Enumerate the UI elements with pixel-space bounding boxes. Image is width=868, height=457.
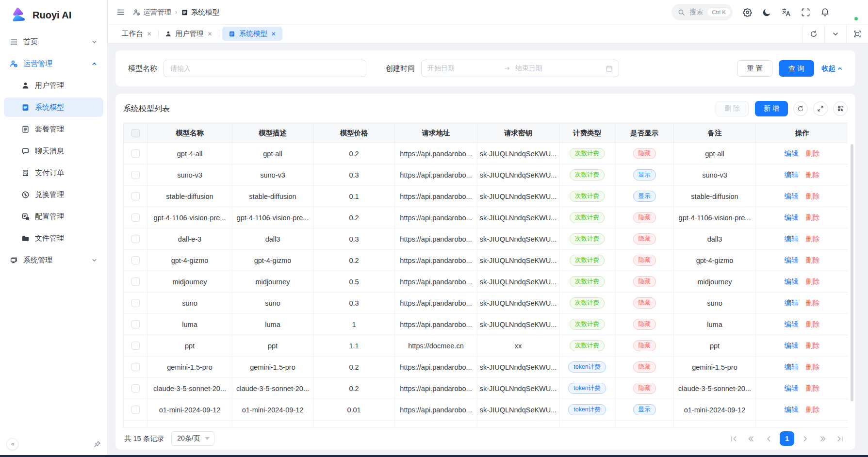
delete-link[interactable]: 删除 bbox=[806, 256, 820, 264]
current-page-button[interactable]: 1 bbox=[780, 431, 794, 446]
first-page-icon[interactable] bbox=[727, 432, 740, 445]
sidebar-item-payment-orders[interactable]: 支付订单 bbox=[4, 163, 103, 182]
delete-link[interactable]: 删除 bbox=[806, 192, 820, 200]
row-checkbox[interactable] bbox=[131, 192, 140, 200]
refresh-table-icon[interactable] bbox=[793, 101, 808, 116]
edit-link[interactable]: 编辑 bbox=[785, 363, 799, 371]
edit-link[interactable]: 编辑 bbox=[785, 256, 799, 264]
edit-link[interactable]: 编辑 bbox=[785, 320, 799, 328]
refresh-tab-icon[interactable] bbox=[802, 25, 824, 43]
delete-link[interactable]: 删除 bbox=[806, 342, 820, 349]
edit-link[interactable]: 编辑 bbox=[785, 277, 799, 285]
sidebar-item-files[interactable]: 文件管理 bbox=[4, 228, 103, 248]
sidebar-toggle-icon[interactable] bbox=[116, 8, 125, 16]
edit-link[interactable]: 编辑 bbox=[785, 235, 799, 243]
delete-link[interactable]: 删除 bbox=[806, 299, 820, 307]
column-header: 操作 bbox=[756, 123, 848, 143]
row-checkbox[interactable] bbox=[131, 171, 140, 179]
delete-link[interactable]: 删除 bbox=[806, 320, 820, 328]
delete-selected-button[interactable]: 删 除 bbox=[716, 101, 749, 116]
select-all-checkbox[interactable] bbox=[131, 129, 140, 137]
row-checkbox[interactable] bbox=[131, 149, 140, 158]
tab-close-icon[interactable]: ✕ bbox=[208, 31, 213, 37]
fullscreen-icon[interactable] bbox=[801, 8, 810, 17]
edit-link[interactable]: 编辑 bbox=[785, 171, 799, 179]
row-checkbox[interactable] bbox=[131, 384, 140, 392]
tab-menu-chevron-icon[interactable] bbox=[824, 25, 846, 43]
tab-system-models[interactable]: 系统模型 ✕ bbox=[222, 27, 282, 41]
edit-link[interactable]: 编辑 bbox=[785, 406, 799, 413]
edit-link[interactable]: 编辑 bbox=[785, 192, 799, 200]
breadcrumb-separator: › bbox=[175, 9, 177, 16]
edit-link[interactable]: 编辑 bbox=[785, 149, 799, 157]
sidebar-item-system-management[interactable]: 系统管理 bbox=[4, 250, 103, 270]
forward-5-pages-icon[interactable] bbox=[816, 432, 829, 445]
expand-table-icon[interactable] bbox=[813, 101, 828, 116]
billing-type-tag: 次数计费 bbox=[570, 340, 605, 352]
sidebar-item-user-management[interactable]: 用户管理 bbox=[4, 76, 103, 95]
sidebar-item-home[interactable]: 首页 bbox=[4, 32, 103, 51]
delete-link[interactable]: 删除 bbox=[806, 171, 820, 179]
sidebar-item-system-models[interactable]: 系统模型 bbox=[4, 98, 103, 117]
main-area: 运营管理 › 系统模型 搜索 Ctrl K bbox=[108, 0, 868, 455]
row-checkbox[interactable] bbox=[131, 256, 140, 264]
delete-link[interactable]: 删除 bbox=[806, 277, 820, 285]
tab-close-icon[interactable]: ✕ bbox=[271, 31, 276, 37]
sidebar-item-config[interactable]: 配置管理 bbox=[4, 207, 103, 226]
table-scrollbar[interactable] bbox=[851, 144, 853, 424]
edit-link[interactable]: 编辑 bbox=[785, 213, 799, 221]
row-checkbox[interactable] bbox=[131, 342, 140, 350]
notifications-bell-icon[interactable] bbox=[820, 8, 830, 17]
breadcrumb-item-operations[interactable]: 运营管理 bbox=[133, 8, 171, 17]
previous-page-icon[interactable] bbox=[762, 432, 775, 445]
last-page-icon[interactable] bbox=[834, 432, 847, 445]
model-name-input[interactable] bbox=[164, 60, 366, 77]
sidebar-item-exchange[interactable]: 兑换管理 bbox=[4, 185, 103, 204]
folder-icon bbox=[21, 234, 30, 243]
collapse-filters-link[interactable]: 收起 bbox=[821, 64, 843, 73]
column-settings-icon[interactable] bbox=[833, 101, 848, 116]
row-checkbox[interactable] bbox=[131, 299, 140, 307]
row-checkbox[interactable] bbox=[131, 406, 140, 414]
reset-button[interactable]: 重 置 bbox=[737, 60, 772, 77]
row-checkbox[interactable] bbox=[131, 235, 140, 243]
create-time-range-input[interactable]: 开始日期 结束日期 bbox=[421, 60, 619, 77]
sidebar-item-operations[interactable]: 运营管理 bbox=[4, 54, 103, 73]
delete-link[interactable]: 删除 bbox=[806, 149, 820, 157]
tab-close-icon[interactable]: ✕ bbox=[147, 31, 152, 37]
sidebar-item-packages[interactable]: 套餐管理 bbox=[4, 119, 103, 139]
breadcrumb-item-system-models[interactable]: 系统模型 bbox=[181, 8, 219, 17]
scrollbar-thumb[interactable] bbox=[851, 144, 853, 401]
edit-link[interactable]: 编辑 bbox=[785, 299, 799, 307]
settings-gear-icon[interactable] bbox=[743, 8, 752, 17]
dark-mode-moon-icon[interactable] bbox=[762, 8, 771, 17]
query-button[interactable]: 查 询 bbox=[779, 60, 814, 77]
row-checkbox[interactable] bbox=[131, 213, 140, 222]
pin-icon[interactable] bbox=[94, 441, 101, 448]
edit-link[interactable]: 编辑 bbox=[785, 342, 799, 349]
global-search[interactable]: 搜索 Ctrl K bbox=[671, 4, 733, 20]
next-page-icon[interactable] bbox=[799, 432, 812, 445]
maximize-content-icon[interactable] bbox=[846, 25, 868, 43]
edit-link[interactable]: 编辑 bbox=[785, 384, 799, 392]
delete-link[interactable]: 删除 bbox=[806, 384, 820, 392]
translate-icon[interactable] bbox=[782, 8, 791, 17]
row-checkbox[interactable] bbox=[131, 277, 140, 286]
delete-link[interactable]: 删除 bbox=[806, 406, 820, 413]
sidebar-item-chat-messages[interactable]: 聊天消息 bbox=[4, 141, 103, 161]
row-checkbox[interactable] bbox=[131, 427, 140, 427]
row-checkbox[interactable] bbox=[131, 363, 140, 371]
user-avatar[interactable] bbox=[840, 3, 858, 21]
delete-link[interactable]: 删除 bbox=[806, 363, 820, 371]
tab-user-management[interactable]: 用户管理 ✕ bbox=[159, 25, 219, 43]
brand-logo[interactable]: Ruoyi AI bbox=[0, 0, 107, 30]
tab-workbench[interactable]: 工作台 ✕ bbox=[115, 25, 158, 43]
page-size-select[interactable]: 20条/页 bbox=[171, 431, 214, 446]
delete-link[interactable]: 删除 bbox=[806, 235, 820, 243]
row-checkbox[interactable] bbox=[131, 320, 140, 328]
sidebar-collapse-button[interactable]: « bbox=[6, 438, 18, 450]
back-5-pages-icon[interactable] bbox=[745, 432, 758, 445]
request-key-cell: sk-JIUQLNndqSeKWU... bbox=[477, 186, 559, 207]
delete-link[interactable]: 删除 bbox=[806, 213, 820, 221]
add-button[interactable]: 新 增 bbox=[755, 101, 788, 116]
